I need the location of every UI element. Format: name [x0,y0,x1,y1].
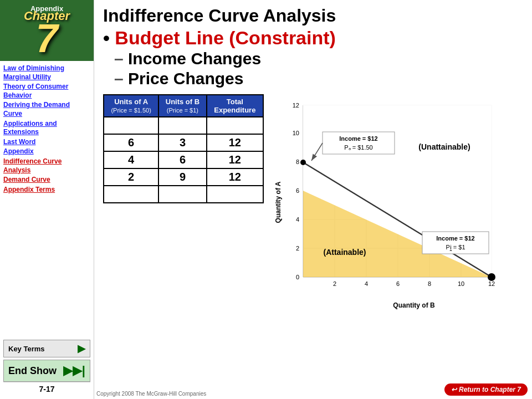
x-tick-10: 10 [458,280,464,287]
fast-forward-icon: ▶▶| [63,364,85,378]
table-cell-exp: 12 [207,151,263,168]
sidebar-nav-item[interactable]: Indifference Curve Analysis [3,157,90,175]
budget-table: Units of A(Price = $1.50) Units of B(Pri… [103,94,264,203]
table-cell-a: 4 [104,151,158,168]
table-cell-a: 8 [104,117,158,134]
table-cell-exp: 12 [207,186,263,203]
play-icon: ▶ [78,342,85,355]
return-to-chapter-button[interactable]: ↩ Return to Chapter 7 [444,383,528,396]
slide-number: 7-17 [3,382,90,396]
col-header-a: Units of A(Price = $1.50) [104,95,158,117]
copyright: Copyright 2008 The McGraw-Hill Companies [96,391,206,397]
chart-container: Quantity of A Quantity of B [273,94,523,310]
sidebar-nav-item[interactable]: Appendix [3,147,90,156]
return-icon: ↩ [451,386,457,393]
sidebar-nav-item[interactable]: Law of Diminishing Marginal Utility [3,64,90,81]
sidebar-nav-item[interactable]: Last Word [3,138,90,147]
y-tick-4: 4 [296,216,299,223]
sidebar-nav-item[interactable]: Demand Curve [3,176,90,185]
sub-item-income: – Income Changes [114,49,523,69]
income-label-2: Income = $12 [436,235,474,242]
col-header-exp: TotalExpenditure [207,95,263,117]
pa-label: Pₐ = $1.50 [344,144,372,151]
table-cell-b: 3 [158,134,207,151]
point-a [300,160,306,165]
x-tick-2: 2 [333,280,336,287]
table-cell-a: 2 [104,168,158,186]
key-terms-button[interactable]: Key Terms ▶ [3,340,90,357]
table-cell-exp: 12 [207,168,263,186]
table-header-row: Units of A(Price = $1.50) Units of B(Pri… [104,95,263,117]
content-area: Units of A(Price = $1.50) Units of B(Pri… [103,94,523,310]
y-tick-6: 6 [296,187,299,194]
table-row: 80$12 [104,117,263,134]
sidebar-bottom: Key Terms ▶ End Show ▶▶| 7-17 [0,336,94,399]
y-tick-2: 2 [296,245,299,252]
key-terms-label: Key Terms [8,345,45,353]
sub-item-price: – Price Changes [114,69,523,89]
end-show-button[interactable]: End Show ▶▶| [3,360,90,382]
x-tick-12: 12 [488,280,495,287]
sidebar-nav-item[interactable]: Appendix Terms [3,186,90,195]
income-label-1: Income = $12 [339,135,377,142]
price-changes-label: Price Changes [124,69,244,88]
y-tick-12: 12 [293,102,299,109]
table-cell-a: 0 [104,186,158,203]
x-tick-6: 6 [396,280,400,287]
chapter-number: 7 [35,16,58,61]
unattainable-label: (Unattainable) [418,142,470,151]
col-header-b: Units of B(Price = $1) [158,95,207,117]
sidebar-nav-item[interactable]: Applications and Extensions [3,120,90,137]
sidebar: Appendix Chapter 7 Law of Diminishing Ma… [0,0,94,399]
point-b [488,273,495,281]
main-title: Indifference Curve Analysis [103,6,523,26]
table-cell-b: 12 [158,186,207,203]
chart-svg: Quantity of A Quantity of B [273,94,511,310]
table-cell-a: 6 [104,134,158,151]
bullet: • [103,27,115,48]
income-changes-label: Income Changes [124,49,261,68]
pb-label: Pḭ = $1 [446,244,465,251]
table-cell-b: 6 [158,151,207,168]
x-tick-8: 8 [428,280,431,287]
table-cell-exp: 12 [207,134,263,151]
nav-links: Law of Diminishing Marginal UtilityTheor… [0,61,94,336]
table-row: 4612 [104,151,263,168]
table-row: 6312 [104,134,263,151]
table-cell-b: 0 [158,117,207,134]
table-body: 80$1263124612291201212 [104,117,263,203]
table-cell-exp: $12 [207,117,263,134]
sidebar-nav-item[interactable]: Deriving the Demand Curve [3,101,90,118]
main-content: Indifference Curve Analysis • Budget Lin… [94,0,532,399]
end-show-label: End Show [8,365,57,377]
y-tick-8: 8 [296,158,299,165]
budget-line-label: Budget Line (Constraint) [115,27,336,48]
chapter-logo: Appendix Chapter 7 [0,0,94,61]
y-axis-label: Quantity of A [274,181,282,223]
attainable-label: (Attainable) [324,248,366,257]
return-label: Return to Chapter 7 [459,386,521,393]
y-tick-0: 0 [296,274,299,280]
y-tick-10: 10 [293,130,299,136]
sidebar-nav-item[interactable]: Theory of Consumer Behavior [3,83,90,100]
budget-line-title: • Budget Line (Constraint) [103,27,523,49]
table-cell-b: 9 [158,168,207,186]
x-tick-4: 4 [365,280,368,287]
x-axis-label: Quantity of B [393,301,435,309]
table-row: 01212 [104,186,263,203]
table-row: 2912 [104,168,263,186]
